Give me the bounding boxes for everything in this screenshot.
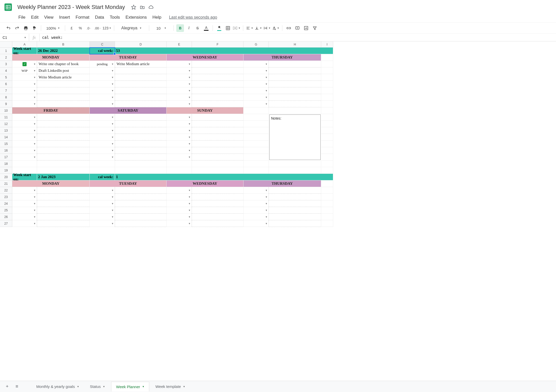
col-header-I[interactable]: I xyxy=(321,41,333,48)
bold-button[interactable]: B xyxy=(176,24,184,32)
status-cell[interactable]: ▼ xyxy=(167,94,192,101)
status-cell[interactable]: ▼ xyxy=(167,220,192,227)
text-color-button[interactable]: A xyxy=(202,24,210,32)
status-cell[interactable]: ▼ xyxy=(167,61,192,67)
text-wrap-button[interactable]: ▼ xyxy=(263,24,271,32)
fill-color-button[interactable] xyxy=(215,24,223,32)
status-cell[interactable]: ▼ xyxy=(167,87,192,94)
dropdown-icon[interactable]: ▼ xyxy=(265,89,268,92)
zoom-dropdown[interactable]: 100%▼ xyxy=(44,24,62,32)
task-cell[interactable] xyxy=(269,101,321,107)
task-cell[interactable] xyxy=(37,134,90,141)
row-header-6[interactable]: 6 xyxy=(0,81,12,87)
status-cell[interactable]: ▼ xyxy=(167,194,192,200)
vertical-align-button[interactable]: ▼ xyxy=(254,24,262,32)
status-cell[interactable]: ▼ xyxy=(244,214,269,220)
dropdown-icon[interactable]: ▼ xyxy=(111,129,114,132)
increase-decimal-button[interactable]: .00→ xyxy=(94,24,101,32)
task-cell[interactable] xyxy=(269,81,321,87)
dropdown-icon[interactable]: ▼ xyxy=(33,103,36,105)
status-cell[interactable]: ▼ xyxy=(244,81,269,87)
status-cell[interactable]: ▼ xyxy=(167,121,192,127)
task-cell[interactable] xyxy=(37,127,90,134)
dropdown-icon[interactable]: ▼ xyxy=(188,196,191,198)
dropdown-icon[interactable]: ▼ xyxy=(111,63,114,65)
status-cell[interactable]: ▼ xyxy=(90,67,115,74)
task-cell[interactable] xyxy=(37,214,90,220)
task-cell[interactable] xyxy=(192,194,244,200)
status-cell[interactable]: ▼ xyxy=(12,220,37,227)
status-cell[interactable]: ▼ xyxy=(12,200,37,207)
dropdown-icon[interactable]: ▼ xyxy=(265,216,268,218)
row-header-12[interactable]: 12 xyxy=(0,121,12,127)
dropdown-icon[interactable]: ▼ xyxy=(111,209,114,212)
status-cell[interactable]: ▼ xyxy=(167,200,192,207)
paint-format-button[interactable] xyxy=(31,24,38,32)
status-cell[interactable]: ▼ xyxy=(12,81,37,87)
dropdown-icon[interactable]: ▼ xyxy=(33,196,36,198)
status-cell[interactable]: ▼ xyxy=(12,94,37,101)
task-cell[interactable] xyxy=(115,141,167,147)
task-cell[interactable] xyxy=(269,200,321,207)
status-cell[interactable]: ▼ xyxy=(167,101,192,107)
task-cell[interactable] xyxy=(269,207,321,214)
dropdown-icon[interactable]: ▼ xyxy=(265,76,268,79)
status-cell[interactable]: pending▼ xyxy=(90,61,115,67)
status-cell[interactable]: ▼ xyxy=(90,74,115,81)
task-cell[interactable] xyxy=(115,114,167,121)
col-header-H[interactable]: H xyxy=(269,41,321,48)
row-header-16[interactable]: 16 xyxy=(0,147,12,154)
status-cell[interactable]: ▼ xyxy=(167,114,192,121)
merge-cells-button[interactable]: ▼ xyxy=(233,24,240,32)
task-cell[interactable] xyxy=(115,147,167,154)
last-edit-link[interactable]: Last edit was seconds ago xyxy=(169,15,217,20)
row-header-3[interactable]: 3 xyxy=(0,61,12,67)
dropdown-icon[interactable]: ▼ xyxy=(111,123,114,125)
status-cell[interactable]: ▼ xyxy=(244,207,269,214)
status-cell[interactable]: ▼ xyxy=(167,141,192,147)
dropdown-icon[interactable]: ▼ xyxy=(111,156,114,158)
status-cell[interactable]: ▼ xyxy=(90,87,115,94)
task-cell[interactable] xyxy=(37,94,90,101)
menu-edit[interactable]: Edit xyxy=(28,14,41,21)
task-cell[interactable] xyxy=(192,67,244,74)
status-cell[interactable]: ▼ xyxy=(244,200,269,207)
dropdown-icon[interactable]: ▼ xyxy=(111,116,114,119)
task-cell[interactable] xyxy=(37,141,90,147)
status-cell[interactable]: ▼ xyxy=(90,154,115,160)
task-cell[interactable] xyxy=(115,154,167,160)
dropdown-icon[interactable]: ▼ xyxy=(265,63,268,65)
task-cell[interactable] xyxy=(37,207,90,214)
status-cell[interactable]: ▼ xyxy=(244,87,269,94)
dropdown-icon[interactable]: ▼ xyxy=(33,76,36,79)
task-cell[interactable] xyxy=(192,207,244,214)
col-header-E[interactable]: E xyxy=(167,41,192,48)
dropdown-icon[interactable]: ▼ xyxy=(265,202,268,205)
dropdown-icon[interactable]: ▼ xyxy=(265,70,268,72)
task-cell[interactable] xyxy=(269,74,321,81)
task-cell[interactable] xyxy=(37,194,90,200)
row-header-11[interactable]: 11 xyxy=(0,114,12,121)
menu-extensions[interactable]: Extensions xyxy=(123,14,149,21)
task-cell[interactable] xyxy=(115,127,167,134)
task-cell[interactable] xyxy=(192,220,244,227)
status-cell[interactable]: ▼ xyxy=(12,74,37,81)
menu-help[interactable]: Help xyxy=(150,14,164,21)
move-icon[interactable] xyxy=(140,5,145,10)
task-cell[interactable] xyxy=(269,67,321,74)
dropdown-icon[interactable]: ▼ xyxy=(111,202,114,205)
status-cell[interactable]: ▼ xyxy=(12,101,37,107)
dropdown-icon[interactable]: ▼ xyxy=(111,196,114,198)
dropdown-icon[interactable]: ▼ xyxy=(265,209,268,212)
task-cell[interactable] xyxy=(115,187,167,194)
row-header-10[interactable]: 10 xyxy=(0,107,12,114)
dropdown-icon[interactable]: ▼ xyxy=(265,103,268,105)
row-header-8[interactable]: 8 xyxy=(0,94,12,101)
task-cell[interactable] xyxy=(37,114,90,121)
horizontal-align-button[interactable]: ▼ xyxy=(246,24,253,32)
cloud-icon[interactable] xyxy=(148,5,154,10)
task-cell[interactable] xyxy=(115,81,167,87)
dropdown-icon[interactable]: ▼ xyxy=(33,149,36,152)
dropdown-icon[interactable]: ▼ xyxy=(111,149,114,152)
dropdown-icon[interactable]: ▼ xyxy=(111,70,114,72)
